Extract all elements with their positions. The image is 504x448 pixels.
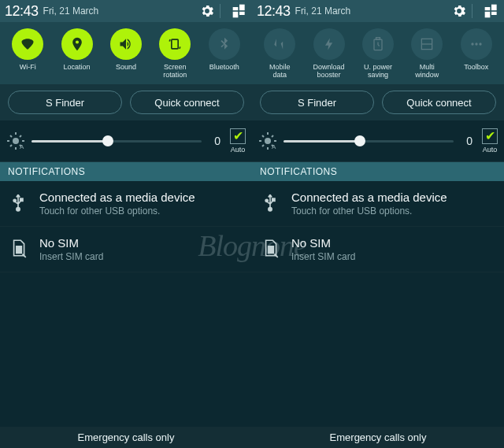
grid-icon[interactable] bbox=[484, 3, 499, 19]
sfinder-button[interactable]: S Finder bbox=[260, 91, 374, 114]
svg-rect-16 bbox=[376, 38, 380, 40]
auto-checkbox[interactable]: ✔ bbox=[230, 128, 246, 144]
brightness-value: 0 bbox=[460, 135, 472, 147]
svg-text:A: A bbox=[20, 143, 24, 150]
usb-icon bbox=[260, 191, 280, 214]
brightness-slider[interactable] bbox=[284, 140, 454, 143]
svg-rect-4 bbox=[172, 39, 178, 49]
brightness-slider[interactable] bbox=[32, 140, 202, 143]
quick-toggles: Mobile data Download booster U. power sa… bbox=[252, 22, 504, 84]
status-date: Fri, 21 March bbox=[43, 6, 99, 17]
toggle-wifi[interactable]: Wi-Fi bbox=[4, 28, 51, 80]
nosim-icon bbox=[8, 236, 28, 260]
usb-icon bbox=[8, 191, 28, 214]
check-icon: ✔ bbox=[233, 130, 243, 143]
toggle-location[interactable]: Location bbox=[54, 28, 101, 80]
footer-status: Emergency calls only bbox=[0, 427, 252, 448]
svg-rect-1 bbox=[239, 5, 245, 11]
settings-icon[interactable] bbox=[451, 3, 467, 19]
quick-toggles: Wi-Fi Location Sound Screen rotation Blu… bbox=[0, 22, 252, 84]
grid-icon[interactable] bbox=[232, 3, 247, 19]
notification-usb[interactable]: Connected as a media device Touch for ot… bbox=[0, 181, 252, 227]
notif-subtitle: Insert SIM card bbox=[39, 251, 244, 262]
status-time: 12:43 bbox=[5, 3, 39, 20]
svg-rect-13 bbox=[485, 12, 491, 18]
status-bar: 12:43 Fri, 21 March bbox=[252, 0, 504, 22]
toggle-bluetooth[interactable]: Bluetooth bbox=[201, 28, 248, 80]
svg-rect-2 bbox=[233, 12, 239, 18]
svg-rect-12 bbox=[491, 5, 497, 11]
toggle-download[interactable]: Download booster bbox=[306, 28, 353, 80]
svg-rect-11 bbox=[485, 7, 491, 10]
svg-point-8 bbox=[13, 199, 16, 202]
svg-point-5 bbox=[13, 138, 19, 144]
notifications-header: NOTIFICATIONS bbox=[0, 162, 252, 181]
quickconnect-button[interactable]: Quick connect bbox=[130, 91, 244, 114]
auto-checkbox[interactable]: ✔ bbox=[482, 128, 498, 144]
svg-point-24 bbox=[269, 208, 272, 211]
check-icon: ✔ bbox=[485, 130, 495, 143]
svg-rect-26 bbox=[272, 198, 275, 201]
settings-icon[interactable] bbox=[199, 3, 215, 19]
brightness-icon: A bbox=[258, 131, 277, 150]
svg-rect-9 bbox=[20, 198, 23, 201]
svg-point-7 bbox=[17, 208, 20, 211]
brightness-auto[interactable]: ✔ Auto bbox=[230, 128, 246, 154]
finder-row: S Finder Quick connect bbox=[252, 84, 504, 120]
svg-rect-0 bbox=[233, 7, 239, 10]
notification-panel-right: 12:43 Fri, 21 March Mobile data Download… bbox=[252, 0, 504, 448]
toggle-sound[interactable]: Sound bbox=[102, 28, 150, 80]
notif-title: Connected as a media device bbox=[39, 191, 244, 204]
nosim-icon bbox=[260, 236, 280, 260]
notif-title: No SIM bbox=[291, 236, 496, 250]
svg-point-19 bbox=[471, 43, 473, 45]
sfinder-button[interactable]: S Finder bbox=[8, 91, 122, 114]
svg-rect-27 bbox=[269, 246, 274, 254]
svg-rect-3 bbox=[239, 12, 245, 15]
svg-rect-10 bbox=[17, 246, 22, 254]
svg-rect-14 bbox=[491, 12, 497, 15]
brightness-row: A 0 ✔ Auto bbox=[252, 120, 504, 162]
notifications-header: NOTIFICATIONS bbox=[252, 162, 504, 181]
notification-panel-left: 12:43 Fri, 21 March Wi-Fi Location Sound bbox=[0, 0, 252, 448]
brightness-icon: A bbox=[6, 131, 25, 150]
toggle-rotation[interactable]: Screen rotation bbox=[151, 28, 198, 80]
notif-title: Connected as a media device bbox=[291, 191, 496, 204]
brightness-row: A 0 ✔ Auto bbox=[0, 120, 252, 162]
notification-usb[interactable]: Connected as a media device Touch for ot… bbox=[252, 181, 504, 227]
notification-nosim[interactable]: No SIM Insert SIM card bbox=[252, 227, 504, 272]
toggle-toolbox[interactable]: Toolbox bbox=[453, 28, 500, 80]
toggle-multiwindow[interactable]: Multi window bbox=[403, 28, 450, 80]
svg-point-21 bbox=[479, 43, 481, 45]
status-bar: 12:43 Fri, 21 March bbox=[0, 0, 252, 22]
footer-status: Emergency calls only bbox=[252, 427, 504, 448]
notif-title: No SIM bbox=[39, 236, 244, 250]
quickconnect-button[interactable]: Quick connect bbox=[382, 91, 496, 114]
finder-row: S Finder Quick connect bbox=[0, 84, 252, 120]
notif-subtitle: Insert SIM card bbox=[291, 251, 496, 262]
toggle-powersaving[interactable]: U. power saving bbox=[354, 28, 402, 80]
svg-point-22 bbox=[265, 138, 271, 144]
status-date: Fri, 21 March bbox=[295, 6, 351, 17]
svg-point-20 bbox=[475, 43, 477, 45]
brightness-value: 0 bbox=[208, 135, 220, 147]
brightness-auto[interactable]: ✔ Auto bbox=[482, 128, 498, 154]
svg-point-25 bbox=[265, 199, 268, 202]
toggle-mobiledata[interactable]: Mobile data bbox=[256, 28, 303, 80]
notif-subtitle: Touch for other USB options. bbox=[39, 205, 244, 217]
svg-text:A: A bbox=[272, 143, 276, 150]
notification-nosim[interactable]: No SIM Insert SIM card bbox=[0, 227, 252, 272]
status-time: 12:43 bbox=[257, 3, 291, 20]
notif-subtitle: Touch for other USB options. bbox=[291, 205, 496, 217]
